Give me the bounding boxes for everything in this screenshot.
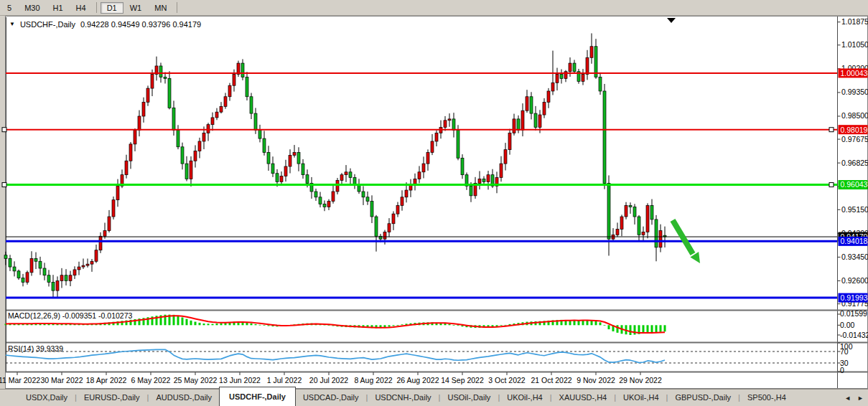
tab-usdx-daily[interactable]: USDX,Daily xyxy=(19,390,75,406)
candle-bearish xyxy=(258,130,261,138)
tab-usdchf-daily[interactable]: USDCHF-,Daily xyxy=(219,387,296,406)
candle-bullish xyxy=(190,161,192,179)
candle-bullish xyxy=(401,197,403,206)
chart-canvas[interactable]: 1.018751.010501.002000.993500.985000.976… xyxy=(0,16,868,389)
candle-bullish xyxy=(388,224,391,232)
candle-bearish xyxy=(164,77,167,79)
candle-bearish xyxy=(461,158,464,174)
candle-bullish xyxy=(418,172,421,179)
tab-scroll-left-icon[interactable]: ◄ xyxy=(844,395,851,402)
macd-bar xyxy=(186,319,188,326)
candle-bullish xyxy=(280,176,283,182)
tab-gbpusd-daily[interactable]: GBPUSD-,Daily xyxy=(668,390,738,406)
macd-bar xyxy=(259,325,261,326)
rsi-tick-label: 0 xyxy=(840,366,844,374)
candle-bearish xyxy=(629,205,632,207)
candle-bullish xyxy=(327,202,330,207)
date-tick-label: 21 Oct 2022 xyxy=(531,376,571,384)
timeframe-button-H1[interactable]: H1 xyxy=(47,2,70,14)
line-handle[interactable] xyxy=(2,183,6,187)
candle-bullish xyxy=(99,236,102,250)
candle-bullish xyxy=(405,190,408,197)
macd-bar xyxy=(643,325,645,333)
candle-bullish xyxy=(582,75,584,82)
candle-bullish xyxy=(526,97,528,110)
macd-bar xyxy=(195,322,197,326)
candle-bullish xyxy=(508,133,511,149)
macd-tick-label: 0.00 xyxy=(840,321,855,329)
tab-eurusd-daily[interactable]: EURUSD-,Daily xyxy=(77,390,147,406)
candle-bearish xyxy=(457,130,459,158)
timeframe-button-W1[interactable]: W1 xyxy=(123,2,149,14)
macd-bar xyxy=(268,325,270,326)
macd-bar xyxy=(608,325,610,329)
candle-bullish xyxy=(198,141,201,151)
candle-bearish xyxy=(13,267,16,271)
line-handle[interactable] xyxy=(829,183,834,187)
price-tick-label: 0.93450 xyxy=(841,252,868,261)
chart-window[interactable]: 1.018751.010501.002000.993500.985000.976… xyxy=(0,16,868,389)
candle-bearish xyxy=(246,77,248,97)
date-tick-label: 9 Nov 2022 xyxy=(577,376,615,384)
candle-bearish xyxy=(370,202,373,217)
candle-bullish xyxy=(207,125,210,133)
timeframe-button-M30[interactable]: M30 xyxy=(18,2,46,14)
timeframe-button-5[interactable]: 5 xyxy=(1,2,18,14)
candle-bearish xyxy=(314,192,317,197)
date-tick-label: 14 Sep 2022 xyxy=(441,376,484,384)
candle-bearish xyxy=(250,97,253,113)
candle-bullish xyxy=(129,144,132,161)
date-tick-label: 6 May 2022 xyxy=(131,376,171,384)
date-tick-label: 8 Aug 2022 xyxy=(354,376,392,384)
tab-audusd-daily[interactable]: AUDUSD-,Daily xyxy=(149,390,219,406)
tab-usdcad-daily[interactable]: USDCAD-,Daily xyxy=(296,390,366,406)
tab-usdcnh-daily[interactable]: USDCNH-,Daily xyxy=(368,390,438,406)
candle-bearish xyxy=(349,172,352,178)
line-handle[interactable] xyxy=(2,128,6,132)
candle-bullish xyxy=(202,133,205,141)
date-tick-label: 29 Nov 2022 xyxy=(619,376,662,384)
candle-bullish xyxy=(56,281,59,291)
timeframe-button-H4[interactable]: H4 xyxy=(70,2,93,14)
candle-bearish xyxy=(530,97,533,113)
candle-bearish xyxy=(254,113,257,130)
tab-xauusd-h4[interactable]: XAUUSD-,H4 xyxy=(552,390,615,406)
candle-bullish xyxy=(134,130,136,143)
tab-usoil-daily[interactable]: USOil-,Daily xyxy=(440,390,498,406)
tab-ukoil-h4[interactable]: UKOil-,H4 xyxy=(500,390,550,406)
tab-scroll-right-icon[interactable]: ► xyxy=(857,395,864,402)
candle-bullish xyxy=(538,115,541,128)
macd-bar xyxy=(199,323,201,325)
candle-bullish xyxy=(426,153,429,164)
macd-bar xyxy=(647,325,649,333)
candle-bullish xyxy=(336,180,339,192)
candle-bearish xyxy=(267,153,270,164)
candle-bearish xyxy=(375,217,378,236)
candle-bullish xyxy=(138,116,141,130)
candle-bullish xyxy=(215,112,218,118)
candle-bearish xyxy=(43,268,46,275)
tab-sp500-h4[interactable]: SP500-,H4 xyxy=(740,390,793,406)
candle-bullish xyxy=(103,230,106,236)
timeframe-button-D1[interactable]: D1 xyxy=(101,2,123,14)
candle-bullish xyxy=(620,217,623,230)
candle-bullish xyxy=(556,75,559,83)
candle-bullish xyxy=(142,103,145,116)
line-handle[interactable] xyxy=(829,128,834,132)
candle-bullish xyxy=(547,91,550,103)
candle-bullish xyxy=(590,47,593,58)
tab-ukoil-h4[interactable]: UKOil-,H4 xyxy=(616,390,666,406)
candle-bearish xyxy=(302,164,304,175)
candle-bullish xyxy=(513,119,515,133)
price-tick-label: 0.99350 xyxy=(841,88,868,96)
candle-bullish xyxy=(504,150,507,164)
macd-bar xyxy=(207,324,210,325)
date-tick-label: 26 Aug 2022 xyxy=(397,376,439,384)
candle-bullish xyxy=(569,63,571,72)
candle-bearish xyxy=(607,183,610,239)
timeframe-button-MN[interactable]: MN xyxy=(148,2,173,14)
candle-bullish xyxy=(487,175,490,182)
candle-bullish xyxy=(73,270,76,275)
candle-bullish xyxy=(625,205,627,217)
macd-bar xyxy=(203,324,205,325)
